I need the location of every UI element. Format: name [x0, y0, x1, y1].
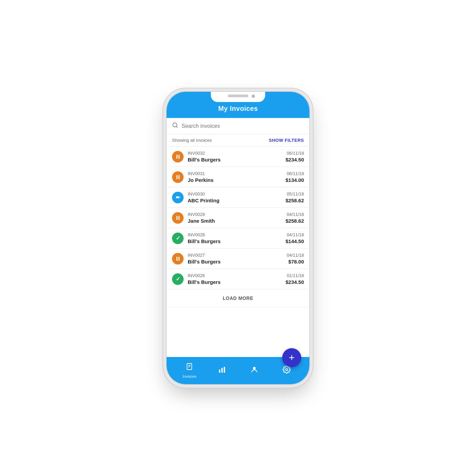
page-title: My Invoices [173, 105, 303, 113]
invoice-amount: $234.50 [286, 157, 304, 163]
invoice-name: ABC Printing [188, 198, 282, 203]
status-icon-paid: ✓ [172, 233, 184, 244]
phone-notch [211, 92, 265, 102]
svg-rect-8 [224, 367, 225, 373]
nav-item-contacts[interactable] [238, 366, 270, 376]
nav-item-chart[interactable] [206, 366, 238, 376]
invoice-number: INV0031 [188, 171, 282, 176]
invoice-date: 04/11/18 [286, 232, 304, 237]
invoice-item[interactable]: ✓ INV0028 Bill's Burgers 04/11/18 $144.5… [167, 228, 309, 249]
plus-icon: + [289, 353, 295, 363]
invoice-amount-col: 06/11/18 $134.00 [286, 171, 304, 183]
invoice-details: INV0031 Jo Perkins [188, 171, 282, 183]
invoice-amount-col: 04/11/18 $78.00 [287, 253, 304, 265]
settings-icon [283, 366, 291, 376]
svg-rect-2 [187, 363, 192, 370]
app-content: Showing all invoices SHOW FILTERS INV003… [167, 118, 309, 357]
invoice-name: Bill's Burgers [188, 279, 282, 285]
svg-rect-6 [219, 370, 220, 373]
invoice-number: INV0026 [188, 273, 282, 278]
bottom-nav: + Invoices [167, 357, 309, 384]
status-icon-pending [172, 151, 184, 163]
invoice-list: INV0032 Bill's Burgers 06/11/18 $234.50 [167, 147, 309, 289]
invoice-date: 05/11/18 [286, 191, 304, 197]
check-icon: ✓ [176, 276, 180, 282]
nav-item-invoices[interactable]: Invoices [173, 363, 206, 378]
invoice-amount-col: 06/11/18 $234.50 [286, 151, 304, 163]
svg-line-1 [176, 126, 177, 127]
invoice-name: Jo Perkins [188, 177, 282, 183]
invoice-name: Bill's Burgers [188, 157, 282, 163]
invoice-item[interactable]: INV0032 Bill's Burgers 06/11/18 $234.50 [167, 147, 309, 167]
load-more-button[interactable]: LOAD MORE [167, 289, 309, 307]
status-icon-draft: ✏ [172, 192, 184, 203]
search-input[interactable] [182, 123, 304, 129]
invoice-item[interactable]: ✓ INV0026 Bill's Burgers 01/11/18 $234.5… [167, 269, 309, 289]
invoice-amount-col: 04/11/18 $258.62 [286, 212, 304, 224]
chart-icon [218, 366, 226, 376]
showing-label: Showing all invoices [172, 138, 212, 143]
phone-screen: My Invoices Showing all invoices [167, 92, 309, 384]
invoice-name: Bill's Burgers [188, 259, 283, 265]
invoice-amount: $134.00 [286, 177, 304, 183]
invoice-item[interactable]: INV0027 Bill's Burgers 04/11/18 $78.00 [167, 249, 309, 269]
filter-row: Showing all invoices SHOW FILTERS [167, 134, 309, 147]
status-icon-pending [172, 212, 184, 224]
invoice-details: INV0027 Bill's Burgers [188, 253, 283, 265]
status-icon-pending [172, 171, 184, 183]
invoice-item[interactable]: INV0031 Jo Perkins 06/11/18 $134.00 [167, 167, 309, 187]
invoice-amount-col: 04/11/18 $144.50 [286, 232, 304, 244]
invoices-nav-label: Invoices [183, 374, 196, 378]
invoice-number: INV0028 [188, 232, 282, 237]
invoice-date: 04/11/18 [286, 212, 304, 217]
invoice-number: INV0027 [188, 253, 283, 258]
invoice-details: INV0028 Bill's Burgers [188, 232, 282, 244]
invoice-number: INV0032 [188, 151, 282, 156]
status-icon-pending [172, 253, 184, 265]
fab-add-button[interactable]: + [282, 348, 301, 367]
invoice-details: INV0032 Bill's Burgers [188, 151, 282, 163]
invoice-number: INV0030 [188, 191, 282, 197]
invoice-details: INV0030 ABC Printing [188, 191, 282, 203]
invoice-date: 06/11/18 [286, 151, 304, 156]
invoices-icon [186, 363, 194, 373]
invoice-amount: $78.00 [287, 259, 304, 265]
contacts-icon [250, 366, 258, 376]
search-bar [167, 118, 309, 134]
invoice-item[interactable]: ✏ INV0030 ABC Printing 05/11/18 $258.62 [167, 187, 309, 208]
invoice-details: INV0029 Jane Smith [188, 212, 282, 224]
svg-rect-7 [221, 368, 223, 373]
invoice-amount: $258.62 [286, 198, 304, 203]
invoice-details: INV0026 Bill's Burgers [188, 273, 282, 285]
invoice-name: Jane Smith [188, 218, 282, 224]
invoice-item[interactable]: INV0029 Jane Smith 04/11/18 $258.62 [167, 208, 309, 228]
invoice-date: 01/11/18 [286, 273, 304, 278]
svg-point-10 [286, 369, 288, 371]
status-icon-paid: ✓ [172, 273, 184, 285]
phone-shell: My Invoices Showing all invoices [167, 92, 309, 384]
check-icon: ✓ [176, 235, 180, 241]
invoice-date: 04/11/18 [287, 253, 304, 258]
invoice-amount-col: 05/11/18 $258.62 [286, 191, 304, 203]
invoice-number: INV0029 [188, 212, 282, 217]
invoice-amount-col: 01/11/18 $234.50 [286, 273, 304, 285]
invoice-name: Bill's Burgers [188, 238, 282, 244]
invoice-amount: $144.50 [286, 238, 304, 244]
svg-point-9 [253, 367, 256, 370]
invoice-amount: $234.50 [286, 279, 304, 285]
search-icon [172, 122, 178, 130]
nav-item-settings[interactable] [270, 366, 303, 376]
show-filters-button[interactable]: SHOW FILTERS [269, 138, 304, 143]
pencil-icon: ✏ [176, 194, 180, 201]
invoice-date: 06/11/18 [286, 171, 304, 176]
page-wrapper: My Invoices Showing all invoices [0, 0, 476, 476]
invoice-amount: $258.62 [286, 218, 304, 224]
